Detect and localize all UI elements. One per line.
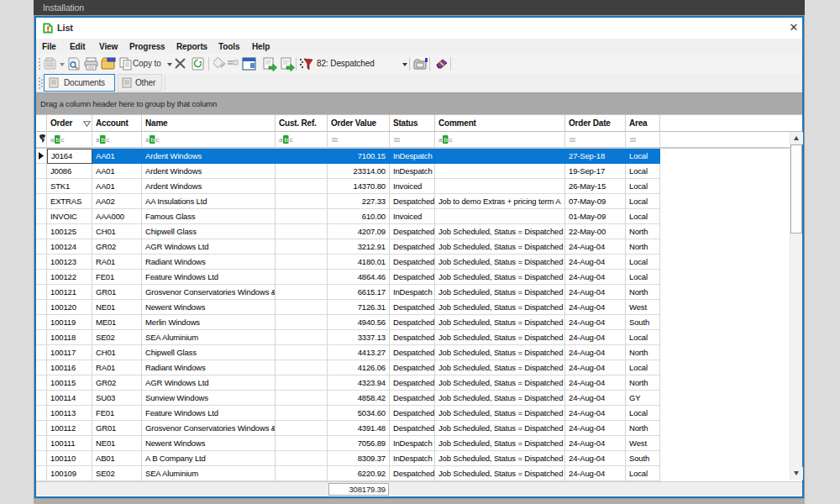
svg-text:c: c (156, 136, 160, 144)
svg-text:b: b (102, 136, 106, 144)
svg-text:a: a (96, 136, 100, 144)
svg-text:a: a (438, 136, 443, 144)
svg-text:a: a (145, 136, 150, 144)
svg-text:c: c (449, 136, 453, 144)
svg-text:c: c (107, 136, 110, 144)
svg-text:c: c (61, 136, 65, 144)
svg-text:b: b (56, 136, 60, 144)
svg-text:a: a (279, 136, 283, 144)
svg-text:c: c (290, 136, 293, 144)
svg-text:b: b (151, 136, 155, 144)
svg-text:b: b (285, 136, 289, 144)
svg-text:b: b (444, 136, 449, 144)
svg-text:a: a (50, 136, 55, 144)
